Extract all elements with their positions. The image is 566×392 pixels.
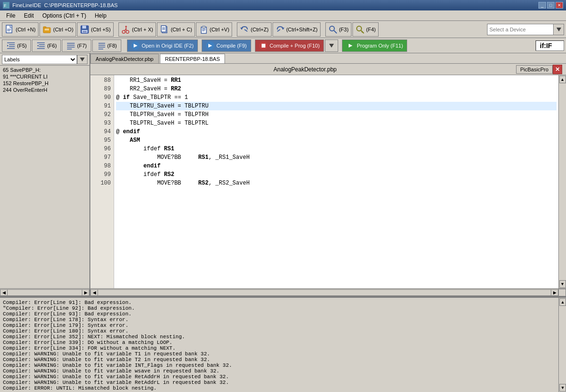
output-vscroll[interactable]: ▲ ▼ (558, 298, 566, 392)
compile-prog-button[interactable]: Compile + Prog (F10) (255, 39, 324, 52)
menu-bar: File Edit Options (Ctrl + T) Help (0, 10, 566, 21)
editor-titlebar: AnalogPeakDetector.pbp PicBasicPro ✕ (90, 64, 566, 75)
code-line: RR2_SaveH = RR2 (116, 85, 556, 93)
output-area: Compiler: Error[Line 91]: Bad expression… (0, 297, 566, 392)
editor-content: 88 89 90 91 92 93 94 95 96 97 98 99 100 … (90, 75, 566, 288)
list-item[interactable]: 91 ***CURRENT LI (1, 73, 88, 80)
compile-icon (206, 41, 215, 50)
new-button[interactable]: (Ctrl +N) (2, 22, 39, 37)
menu-help[interactable]: Help (90, 11, 111, 20)
f5-label: (F5) (17, 43, 27, 49)
f7-label: (F7) (77, 43, 87, 49)
labels-header: Labels (0, 53, 89, 66)
close-button[interactable]: ✕ (556, 2, 563, 9)
undo-button[interactable]: (Ctrl+Z) (237, 22, 272, 37)
line-num: 95 (90, 136, 114, 145)
f6-button[interactable]: (F6) (32, 39, 61, 52)
paste-button[interactable]: (Ctrl +V) (196, 22, 232, 37)
findnext-label: (F4) (366, 27, 376, 32)
tab-reenter[interactable]: REENTERPBP-18.BAS (160, 54, 225, 63)
editor-hscroll[interactable]: ◀ ▶ (90, 288, 566, 296)
code-line: @ endif (116, 127, 556, 136)
svg-marker-30 (240, 28, 243, 29)
f8-button[interactable]: (F8) (92, 39, 121, 52)
list-item[interactable]: 65 SavePBP_H: (1, 67, 88, 73)
line-numbers: 88 89 90 91 92 93 94 95 96 97 98 99 100 (90, 75, 114, 288)
open-orig-button[interactable]: Open in Origi IDE (F2) (127, 39, 198, 52)
labels-type-select[interactable]: Labels (2, 55, 77, 64)
output-line: Compiler: WARNING: Unable to fit variabl… (3, 374, 556, 380)
svg-text:+: + (361, 30, 363, 34)
redo-button[interactable]: (Ctrl+Shift+Z) (273, 22, 321, 37)
save-label: (Ctrl +S) (91, 27, 110, 32)
find-label: (F3) (339, 27, 349, 32)
open-button[interactable]: (Ctrl +O) (39, 22, 76, 37)
prog-only-label: Program Only (F11) (357, 43, 403, 49)
find-button[interactable]: (F3) (325, 22, 351, 37)
open-label: (Ctrl +O) (53, 27, 73, 32)
cut-label: (Ctrl + X) (132, 27, 153, 32)
open-orig-label: Open in Origi IDE (F2) (142, 43, 194, 49)
list-item[interactable]: 244 OverReEnterH (1, 87, 88, 93)
toolbar2: (F5) (F6) (F7) (0, 38, 566, 53)
toolbar1: (Ctrl +N) (Ctrl +O) (Ctrl +S) (0, 21, 566, 38)
svg-line-17 (126, 29, 127, 31)
svg-marker-63 (80, 58, 85, 61)
prog-only-button[interactable]: Program Only (F11) (342, 39, 407, 52)
output-line: Compiler: WARNING: Unable to fit variabl… (3, 357, 556, 363)
open-icon (42, 25, 52, 34)
output-line: Compiler: Error[Line 339]: DO without a … (3, 340, 556, 345)
f5-button[interactable]: (F5) (2, 39, 31, 52)
code-line: TBLPTRH_SaveH = TBLPTRH (116, 110, 556, 119)
labels-list: 65 SavePBP_H: 91 ***CURRENT LI 152 Resto… (0, 66, 89, 288)
tabs-bar: AnalogPeakDetector.pbp REENTERPBP-18.BAS (90, 53, 566, 64)
copy-button[interactable]: (Ctrl + C) (157, 22, 195, 37)
cut-button[interactable]: (Ctrl + X) (118, 22, 156, 37)
comment-icon (66, 41, 76, 50)
f7-button[interactable]: (F7) (62, 39, 91, 52)
output-line: Compiler: Error[Line 178]: Syntax error. (3, 317, 556, 323)
output-line: "Compiler: Error[Line 92]: Bad expressio… (3, 305, 556, 311)
svg-marker-61 (329, 44, 334, 48)
line-num: 94 (90, 127, 114, 136)
list-item[interactable]: 152 RestorePBP_H (1, 80, 88, 87)
labels-dropdown-button[interactable] (77, 55, 88, 64)
output-line: Compiler: Error[Line 93]: Bad expression… (3, 311, 556, 317)
labels-hscroll[interactable]: ◀ ▶ (0, 288, 89, 296)
line-num: 100 (90, 179, 114, 187)
menu-edit[interactable]: Edit (20, 11, 38, 20)
output-line: Compiler: ERROR: UNTIL: Mismatched block… (3, 385, 556, 391)
cut-icon (121, 25, 131, 34)
save-button[interactable]: (Ctrl +S) (77, 22, 113, 37)
svg-marker-49 (37, 45, 39, 47)
svg-marker-62 (349, 44, 352, 48)
code-area[interactable]: RR1_SaveH = RR1 RR2_SaveH = RR2 @ if Sav… (114, 75, 558, 288)
findnext-icon: + (355, 25, 365, 34)
editor-vscroll[interactable]: ▲ ▼ (558, 75, 566, 288)
device-dropdown-button[interactable] (554, 24, 564, 35)
svg-rect-60 (262, 44, 265, 48)
findnext-button[interactable]: + (F4) (352, 22, 379, 37)
minimize-button[interactable]: _ (538, 2, 546, 9)
compile-dropdown-button[interactable] (325, 39, 338, 52)
paste-icon (199, 25, 208, 34)
menu-options[interactable]: Options (Ctrl + T) (38, 11, 90, 20)
find-icon (328, 25, 338, 34)
code-line: TBLPTRU_SaveH = TBLPTRU (116, 102, 556, 110)
main-area: Labels 65 SavePBP_H: 91 ***CURRENT LI 15… (0, 53, 566, 297)
compile-button[interactable]: Compile (F9) (202, 39, 251, 52)
maximize-button[interactable]: □ (547, 2, 555, 9)
output-line: Compiler: WARNING: Unable to fit variabl… (3, 351, 556, 357)
menu-file[interactable]: File (2, 11, 20, 20)
line-num: 98 (90, 162, 114, 170)
tab-analog[interactable]: AnalogPeakDetector.pbp (90, 54, 159, 63)
output-line: Compiler: WARNING: Unable to fit variabl… (3, 368, 556, 374)
undo-label: (Ctrl+Z) (251, 27, 269, 32)
code-line: MOVE?BB RS1, _RS1_SaveH (116, 153, 556, 162)
code-line: ASM (116, 136, 556, 145)
picbasicpro-button[interactable]: PicBasicPro (516, 65, 553, 74)
close-editor-button[interactable]: ✕ (553, 65, 562, 74)
f6-label: (F6) (47, 43, 57, 49)
device-select-input[interactable] (487, 24, 554, 35)
line-num: 99 (90, 170, 114, 179)
